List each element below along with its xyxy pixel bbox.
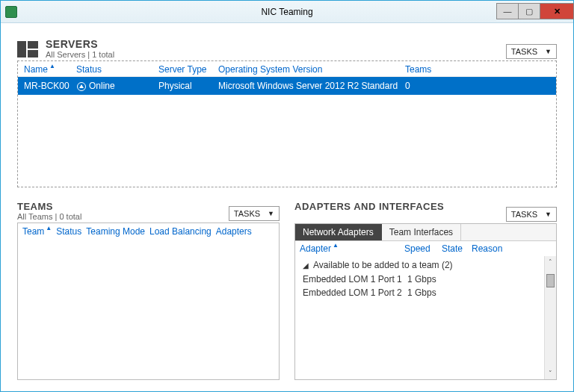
servers-tasks-button[interactable]: TASKS ▼	[506, 44, 557, 59]
col-adapters[interactable]: Adapters	[216, 226, 252, 237]
status-up-icon	[77, 82, 86, 91]
scroll-down-icon[interactable]: ˅	[545, 367, 556, 379]
titlebar[interactable]: NIC Teaming — ▢ ✕	[1, 1, 573, 23]
col-os-version[interactable]: Operating System Version	[218, 64, 405, 75]
col-teaming-mode[interactable]: Teaming Mode	[86, 226, 145, 237]
window-title: NIC Teaming	[1, 7, 573, 17]
teams-title: TEAMS	[17, 201, 81, 212]
servers-icon	[17, 38, 40, 59]
servers-list: Name▲ Status Server Type Operating Syste…	[17, 60, 557, 187]
chevron-down-icon: ▼	[545, 48, 552, 55]
col-adapter[interactable]: Adapter▲	[300, 243, 404, 254]
tab-network-adapters[interactable]: Network Adapters	[295, 224, 382, 240]
teams-list: Team▲ Status Teaming Mode Load Balancing…	[17, 223, 280, 380]
tab-team-interfaces[interactable]: Team Interfaces	[382, 224, 461, 240]
adapter-group-row[interactable]: ◢ Available to be added to a team (2)	[301, 258, 552, 273]
adapter-row[interactable]: Embedded LOM 1 Port 2 1 Gbps	[301, 286, 552, 299]
nic-teaming-window: NIC Teaming — ▢ ✕ SERVERS All Servers | …	[0, 0, 574, 392]
adapters-title: ADAPTERS AND INTERFACES	[294, 201, 444, 212]
col-name[interactable]: Name▲	[24, 64, 76, 75]
adapter-row[interactable]: Embedded LOM 1 Port 1 1 Gbps	[301, 273, 552, 286]
sort-asc-icon: ▲	[46, 225, 52, 231]
servers-title: SERVERS	[46, 38, 114, 50]
scroll-thumb[interactable]	[546, 274, 555, 287]
teams-tasks-button[interactable]: TASKS ▼	[229, 206, 280, 221]
col-state[interactable]: State	[442, 243, 472, 254]
chevron-down-icon: ▼	[268, 210, 274, 217]
cell-os-version: Microsoft Windows Server 2012 R2 Standar…	[218, 81, 405, 91]
col-server-type[interactable]: Server Type	[158, 64, 218, 75]
col-load-balancing[interactable]: Load Balancing	[149, 226, 212, 237]
teams-subtitle: All Teams | 0 total	[17, 212, 81, 221]
col-team-status[interactable]: Status	[56, 226, 81, 237]
chevron-down-icon: ▼	[545, 211, 552, 218]
cell-name: MR-BCK00	[24, 81, 76, 91]
tasks-label: TASKS	[511, 47, 537, 56]
cell-status: Online	[76, 81, 158, 91]
adapters-tasks-button[interactable]: TASKS ▼	[506, 207, 557, 222]
sort-asc-icon: ▲	[49, 63, 55, 69]
cell-teams: 0	[405, 81, 450, 91]
col-teams[interactable]: Teams	[405, 64, 450, 75]
adapters-list: Network Adapters Team Interfaces Adapter…	[294, 223, 557, 380]
scroll-up-icon[interactable]: ˄	[545, 256, 556, 268]
servers-subtitle: All Servers | 1 total	[46, 50, 114, 59]
col-speed[interactable]: Speed	[404, 243, 442, 254]
scrollbar[interactable]: ˄ ˅	[544, 256, 556, 379]
collapse-icon: ◢	[303, 261, 309, 270]
col-status[interactable]: Status	[76, 64, 158, 75]
cell-server-type: Physical	[158, 81, 218, 91]
col-reason[interactable]: Reason	[472, 243, 509, 254]
server-row[interactable]: MR-BCK00 Online Physical Microsoft Windo…	[18, 77, 556, 95]
col-team[interactable]: Team▲	[22, 226, 52, 237]
sort-asc-icon: ▲	[333, 242, 339, 249]
